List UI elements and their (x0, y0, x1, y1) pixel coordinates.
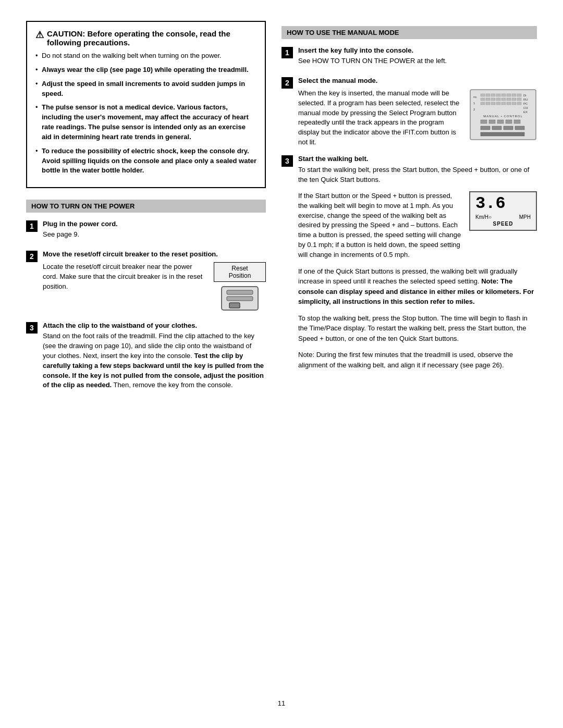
caution-bullet-2: Always wear the clip (see page 10) while… (35, 65, 256, 75)
svg-rect-13 (501, 94, 506, 96)
step-number-2: 2 (26, 251, 38, 262)
svg-rect-12 (496, 94, 500, 96)
speed-number: 3.6 (475, 195, 531, 212)
right-step-3-content: Start the walking belt. To start the wal… (298, 155, 537, 376)
svg-rect-47 (515, 126, 524, 130)
step-3-para-4: To stop the walking belt, press the Stop… (298, 313, 537, 344)
svg-text:MANUAL • CONTROL: MANUAL • CONTROL (483, 115, 523, 118)
svg-rect-14 (507, 94, 511, 96)
svg-rect-30 (507, 102, 511, 105)
svg-rect-9 (481, 94, 485, 96)
svg-rect-24 (517, 98, 521, 101)
reset-illustration-row: Locate the reset/off circuit breaker nea… (43, 262, 266, 314)
caution-box: ⚠ CAUTION: Before operating the console,… (26, 21, 266, 188)
caution-bullets: Do not stand on the walking belt when tu… (35, 51, 256, 176)
svg-rect-40 (489, 120, 495, 124)
speed-unit-left: Km/H○ (475, 214, 492, 220)
reset-diagram: Reset Position ↑ (214, 262, 266, 314)
speed-unit-row: Km/H○ MPH (475, 214, 531, 220)
right-step-number-1: 1 (282, 47, 293, 58)
right-step-1-content: Insert the key fully into the console. S… (298, 46, 537, 69)
step-2-title: Move the reset/off circuit breaker to th… (43, 250, 266, 258)
two-column-layout: ⚠ CAUTION: Before operating the console,… (26, 21, 537, 684)
step-number-3: 3 (26, 322, 38, 334)
right-step-3-title: Start the walking belt. (298, 155, 537, 163)
svg-rect-11 (491, 94, 495, 96)
left-step-1: 1 Plug in the power cord. See page 9. (26, 220, 266, 243)
svg-rect-21 (501, 98, 506, 101)
right-step-number-3: 3 (282, 155, 293, 167)
svg-rect-17 (481, 98, 485, 101)
reset-switch-svg: ↑ (219, 284, 261, 313)
caution-bullet-3: Adjust the speed in small increments to … (35, 79, 256, 99)
speed-unit-right: MPH (519, 214, 531, 220)
console-illustration-row: When the key is inserted, the manual mod… (298, 89, 537, 147)
svg-rect-42 (506, 120, 512, 124)
svg-rect-39 (481, 120, 487, 124)
step-1-content: Plug in the power cord. See page 9. (43, 220, 266, 243)
svg-text:PC: PC (523, 102, 528, 105)
speed-label: SPEED (475, 221, 531, 227)
svg-rect-18 (486, 98, 490, 101)
svg-text:EX: EX (523, 110, 528, 114)
caution-bullet-1: Do not stand on the walking belt when tu… (35, 51, 256, 61)
step-3-title: Attach the clip to the waistband of your… (43, 322, 266, 329)
svg-rect-28 (496, 102, 500, 105)
right-section-header: HOW TO USE THE MANUAL MODE (282, 26, 537, 39)
caution-bullet-4: The pulse sensor is not a medical device… (35, 103, 256, 142)
reset-text: Locate the reset/off circuit breaker nea… (43, 262, 203, 292)
svg-rect-45 (492, 126, 501, 130)
svg-text:Di: Di (523, 94, 527, 97)
right-step-2: 2 Select the manual mode. When the key i… (282, 77, 537, 147)
speed-display-box: 3.6 Km/H○ MPH SPEED (469, 191, 537, 231)
caution-title-text: CAUTION: Before operating the console, r… (47, 29, 256, 47)
right-step-3: 3 Start the walking belt. To start the w… (282, 155, 537, 376)
svg-rect-43 (514, 120, 520, 124)
step-number-1: 1 (26, 220, 38, 232)
svg-rect-27 (491, 102, 495, 105)
svg-text:ns: ns (473, 95, 476, 98)
caution-title: ⚠ CAUTION: Before operating the console,… (35, 29, 256, 47)
svg-rect-46 (504, 126, 513, 130)
right-step-1-title: Insert the key fully into the console. (298, 46, 537, 54)
step-3-para-3: If one of the Quick Start buttons is pre… (298, 266, 537, 307)
svg-text:↑: ↑ (239, 305, 241, 309)
svg-rect-19 (491, 98, 495, 101)
svg-rect-26 (486, 102, 490, 105)
svg-text:CH: CH (523, 106, 528, 109)
svg-rect-41 (497, 120, 504, 124)
right-step-number-2: 2 (282, 77, 293, 89)
page: ⚠ CAUTION: Before operating the console,… (0, 0, 563, 728)
console-diagram: ns 1 2 (469, 89, 537, 142)
step-3-content: Attach the clip to the waistband of your… (43, 322, 266, 393)
svg-rect-10 (486, 94, 490, 96)
right-step-1-body: See HOW TO TURN ON THE POWER at the left… (298, 56, 537, 66)
step-3-para-1: To start the walking belt, press the Sta… (298, 165, 537, 185)
svg-rect-22 (507, 98, 511, 101)
right-step-2-content: Select the manual mode. When the key is … (298, 77, 537, 147)
svg-rect-44 (481, 126, 490, 130)
step-3-para-5: Note: During the first few minutes that … (298, 350, 537, 370)
svg-rect-16 (517, 94, 521, 96)
svg-rect-32 (517, 102, 521, 105)
step-1-body: See page 9. (43, 230, 266, 240)
reset-label: Reset Position (214, 262, 266, 282)
page-number: 11 (26, 699, 537, 707)
svg-rect-2 (227, 297, 253, 301)
svg-rect-15 (512, 94, 516, 96)
svg-rect-48 (481, 132, 524, 136)
caution-icon: ⚠ (35, 29, 44, 41)
left-step-3: 3 Attach the clip to the waistband of yo… (26, 322, 266, 393)
svg-rect-3 (229, 303, 240, 308)
right-column: HOW TO USE THE MANUAL MODE 1 Insert the … (282, 21, 537, 684)
left-section-header: HOW TO TURN ON THE POWER (26, 200, 266, 213)
step-2-content: Move the reset/off circuit breaker to th… (43, 250, 266, 314)
svg-text:RU: RU (523, 98, 528, 101)
speed-display-row: If the Start button or the Speed + butto… (298, 191, 537, 266)
console-svg: ns 1 2 (469, 89, 537, 141)
svg-rect-29 (501, 102, 506, 105)
right-step-1: 1 Insert the key fully into the console.… (282, 46, 537, 69)
svg-rect-20 (496, 98, 500, 101)
step-3-para-2: If the Start button or the Speed + butto… (298, 191, 462, 260)
right-step-2-title: Select the manual mode. (298, 77, 537, 84)
